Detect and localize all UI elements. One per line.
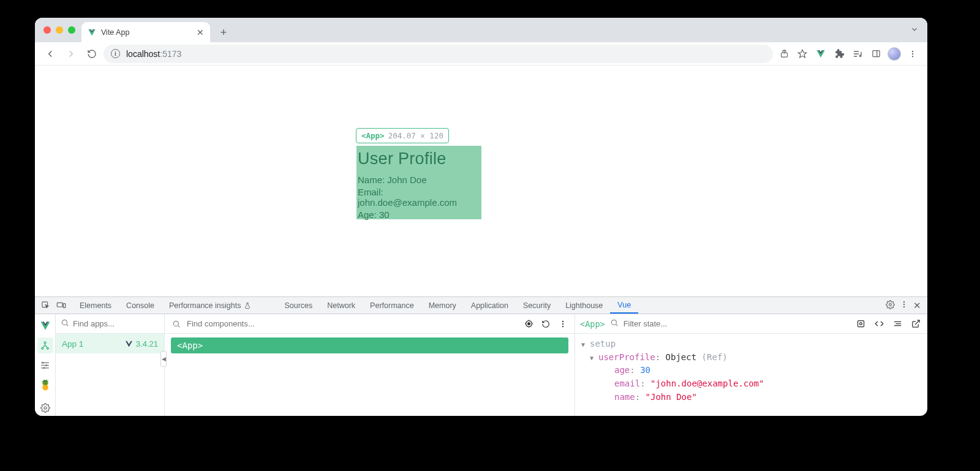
rail-vue-logo-icon[interactable]	[37, 318, 53, 334]
tab-performance[interactable]: Performance	[363, 297, 421, 314]
tab-performance-insights[interactable]: Performance insights	[162, 297, 258, 314]
profile-avatar[interactable]	[886, 45, 903, 62]
focus-component-icon[interactable]	[854, 319, 867, 328]
tabs-overflow-icon[interactable]	[910, 25, 919, 36]
svg-point-17	[903, 306, 905, 307]
tab-sources[interactable]: Sources	[277, 297, 320, 314]
side-panel-icon[interactable]	[867, 45, 884, 62]
vue-devtools-ext-icon[interactable]	[812, 45, 829, 62]
components-toolbar	[165, 314, 575, 334]
svg-point-27	[44, 407, 47, 409]
bookmark-star-icon[interactable]	[794, 45, 811, 62]
svg-point-41	[611, 320, 616, 325]
svg-point-19	[42, 347, 43, 349]
profile-age: Age: 30	[358, 209, 481, 220]
svg-marker-1	[798, 50, 806, 58]
inspect-element-icon[interactable]	[41, 301, 50, 310]
vue-devtools-rail: 🍍	[35, 314, 56, 416]
page-viewport: <App> 204.07 × 120 User Profile Name: Jo…	[35, 66, 927, 296]
tab-vue[interactable]: Vue	[610, 297, 638, 314]
state-panel: <App> ▼setup ▼userProfile: Object (Ref) …	[575, 314, 927, 416]
svg-line-42	[616, 324, 617, 326]
svg-line-31	[178, 325, 180, 327]
devtools-close-icon[interactable]: ✕	[913, 300, 921, 311]
settings-gear-icon[interactable]	[886, 300, 895, 311]
components-panel: ◀ <App>	[165, 314, 575, 416]
app-row-label: App 1	[62, 339, 83, 349]
search-icon	[610, 318, 619, 330]
close-window-button[interactable]	[43, 26, 51, 34]
svg-point-39	[562, 323, 564, 324]
tab-memory[interactable]: Memory	[421, 297, 464, 314]
svg-point-18	[44, 342, 46, 344]
state-line-name[interactable]: name: "John Doe"	[581, 391, 921, 404]
component-tree: <App>	[165, 334, 575, 357]
tab-strip: Vite App ✕ +	[35, 18, 927, 42]
devtools-kebab-icon[interactable]	[900, 300, 908, 311]
rail-settings-icon[interactable]	[37, 400, 53, 416]
svg-point-10	[912, 55, 913, 56]
rail-timeline-icon[interactable]	[37, 357, 53, 373]
site-info-icon[interactable]: i	[111, 49, 120, 58]
profile-name: Name: John Doe	[358, 175, 481, 185]
devtools-tabbar: Elements Console Performance insights So…	[35, 297, 927, 314]
apps-search	[56, 314, 164, 334]
svg-point-26	[43, 367, 45, 368]
svg-point-8	[912, 50, 913, 51]
browser-toolbar: i localhost:5173	[35, 42, 927, 66]
back-button[interactable]	[41, 45, 59, 63]
target-select-icon[interactable]	[522, 319, 535, 328]
forward-button[interactable]	[62, 45, 80, 63]
tab-lighthouse[interactable]: Lighthouse	[558, 297, 610, 314]
playlist-icon[interactable]	[849, 45, 866, 62]
tab-application[interactable]: Application	[464, 297, 516, 314]
collapse-handle-icon[interactable]: ◀	[160, 351, 167, 367]
state-filter-input[interactable]	[624, 319, 849, 328]
open-in-editor-icon[interactable]	[872, 319, 886, 328]
svg-point-16	[903, 304, 905, 305]
tree-row-app[interactable]: <App>	[171, 337, 568, 353]
state-header-tag: <App>	[580, 319, 605, 329]
app-row[interactable]: App 1 3.4.21	[56, 334, 164, 353]
state-line-setup[interactable]: ▼setup	[581, 337, 921, 351]
extensions-icon[interactable]	[831, 45, 848, 62]
svg-point-32	[527, 323, 530, 325]
state-header: <App>	[575, 314, 927, 334]
reload-button[interactable]	[83, 45, 101, 63]
svg-line-48	[915, 320, 919, 325]
state-line-age[interactable]: age: 30	[581, 364, 921, 377]
components-search-input[interactable]	[187, 319, 518, 328]
rail-components-icon[interactable]	[37, 337, 53, 353]
svg-rect-0	[781, 53, 787, 57]
share-icon[interactable]	[775, 45, 793, 62]
apps-search-input[interactable]	[73, 319, 176, 328]
new-tab-button[interactable]: +	[215, 24, 232, 41]
popout-icon[interactable]	[909, 319, 922, 328]
svg-rect-6	[872, 51, 879, 57]
refresh-icon[interactable]	[539, 320, 552, 328]
kebab-menu-icon[interactable]	[904, 45, 921, 62]
tab-elements[interactable]: Elements	[72, 297, 119, 314]
close-tab-icon[interactable]: ✕	[197, 28, 204, 37]
devtools-right-icons: ✕	[880, 297, 927, 314]
inspect-dom-icon[interactable]	[891, 319, 904, 328]
state-line-userprofile[interactable]: ▼userProfile: Object (Ref)	[581, 351, 921, 364]
devtools-panel: Elements Console Performance insights So…	[35, 296, 927, 416]
address-bar[interactable]: i localhost:5173	[104, 45, 773, 63]
rail-pinia-icon[interactable]: 🍍	[37, 377, 53, 393]
svg-point-24	[42, 362, 43, 363]
device-toolbar-icon[interactable]	[56, 301, 66, 311]
tab-security[interactable]: Security	[516, 297, 558, 314]
state-line-email[interactable]: email: "john.doe@example.com"	[581, 377, 921, 391]
search-icon	[61, 318, 69, 330]
svg-rect-11	[42, 302, 48, 307]
tab-title: Vite App	[101, 28, 129, 37]
tab-console[interactable]: Console	[119, 297, 162, 314]
svg-line-29	[67, 324, 69, 326]
tab-network[interactable]: Network	[320, 297, 363, 314]
maximize-window-button[interactable]	[68, 26, 75, 34]
more-icon[interactable]	[556, 320, 570, 328]
svg-rect-12	[57, 303, 62, 307]
browser-tab[interactable]: Vite App ✕	[81, 22, 210, 42]
minimize-window-button[interactable]	[56, 26, 63, 34]
